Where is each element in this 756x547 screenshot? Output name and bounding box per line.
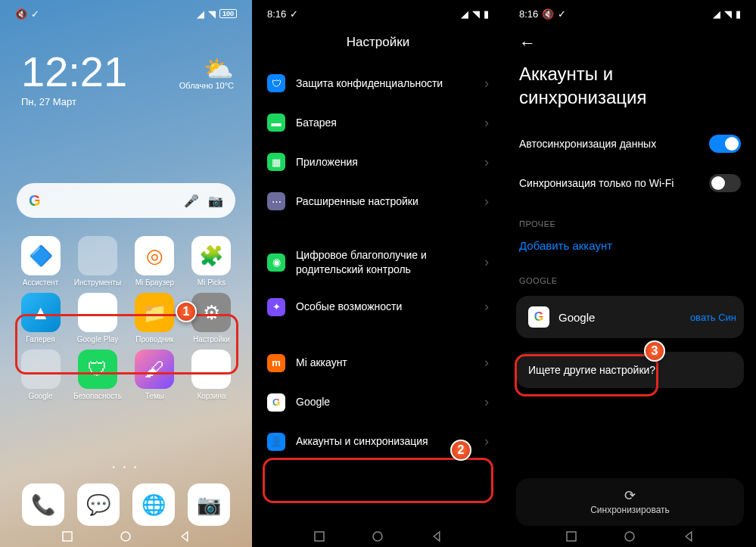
battery-indicator: 100 <box>219 9 237 18</box>
step-badge-1: 1 <box>176 301 197 322</box>
toggle-wifi-only[interactable] <box>709 174 741 192</box>
section-google: GOOGLE <box>504 260 756 291</box>
app-gallery[interactable]: ▲Галерея <box>17 293 64 343</box>
nav-recents[interactable] <box>565 530 578 543</box>
status-bar: 8:16🔇✓ ◢◥▮ <box>504 0 756 24</box>
voice-icon[interactable]: 🎤 <box>184 194 199 208</box>
dock-phone[interactable]: 📞 <box>22 483 64 526</box>
chevron-icon: › <box>484 299 489 315</box>
app-file-manager[interactable]: 📁Проводник <box>131 293 179 343</box>
lens-icon[interactable]: 📷 <box>208 194 223 208</box>
app-trash[interactable]: 🗑Корзина <box>188 350 235 400</box>
chevron-icon: › <box>484 154 489 170</box>
signal-icon: ◢ <box>713 8 720 20</box>
highlight-step-2 <box>263 458 493 503</box>
nav-back[interactable] <box>430 530 443 543</box>
wifi-icon: ◥ <box>724 8 732 20</box>
nav-recents[interactable] <box>61 530 74 543</box>
svg-rect-0 <box>63 532 72 541</box>
add-account-link[interactable]: Добавить аккаунт <box>504 235 756 260</box>
nav-home[interactable] <box>119 530 132 543</box>
row-advanced[interactable]: ⋯Расширенные настройки› <box>267 182 489 221</box>
battery-icon: ▮ <box>736 8 741 20</box>
phone-accounts-sync: 8:16🔇✓ ◢◥▮ ← Аккаунты и синхронизация Ав… <box>504 0 756 547</box>
app-tools-folder[interactable]: Инструменты <box>73 236 122 287</box>
row-wellbeing[interactable]: ◉Цифровое благополучие и родительский ко… <box>267 238 489 287</box>
row-google[interactable]: GGoogle› <box>267 383 489 422</box>
weather-icon: ⛅ <box>179 57 234 81</box>
mute-icon: 🔇 <box>542 8 554 20</box>
swipe-actions[interactable]: овать Син <box>690 312 736 323</box>
row-wifi-only[interactable]: Синхронизация только по Wi-Fi <box>504 163 756 203</box>
status-bar: 8:16✓ ◢◥▮ <box>252 0 504 24</box>
phone-home-screen: 🔇 ✓ ◢ ◥ 100 12:21 Пн, 27 Март ⛅ Облачно … <box>0 0 252 547</box>
svg-point-3 <box>373 532 382 541</box>
section-other: ПРОЧЕЕ <box>504 203 756 235</box>
status-bar: 🔇 ✓ ◢ ◥ 100 <box>0 0 252 24</box>
google-g-icon: G <box>29 192 41 210</box>
dock-camera[interactable]: 📷 <box>188 483 230 526</box>
app-assistant[interactable]: 🔷Ассистент <box>17 236 64 287</box>
google-account-row[interactable]: G Google овать Син <box>516 296 744 338</box>
nav-bar <box>252 526 504 547</box>
app-google-play[interactable]: ▶Google Play <box>73 293 122 343</box>
weather-widget[interactable]: ⛅ Облачно 10°C <box>179 57 234 90</box>
chevron-icon: › <box>484 76 489 92</box>
dock-messages[interactable]: 💬 <box>77 483 120 526</box>
settings-list: 🛡Защита конфиденциальности› ▬Батарея› ▦П… <box>252 64 504 462</box>
nav-home[interactable] <box>623 530 636 543</box>
google-search-bar[interactable]: G 🎤 📷 <box>17 183 235 218</box>
google-label: Google <box>558 311 595 324</box>
step-badge-3: 3 <box>644 340 665 362</box>
phone-settings-list: 8:16✓ ◢◥▮ Настройки 🛡Защита конфиденциал… <box>252 0 504 547</box>
chevron-icon: › <box>484 115 489 131</box>
row-apps[interactable]: ▦Приложения› <box>267 142 489 182</box>
row-privacy[interactable]: 🛡Защита конфиденциальности› <box>267 64 489 103</box>
page-indicator: • • • <box>0 463 252 471</box>
chevron-icon: › <box>484 194 489 210</box>
nav-bar <box>504 526 756 547</box>
check-icon: ✓ <box>558 8 566 20</box>
other-settings-card[interactable]: Ищете другие настройки? <box>516 352 744 388</box>
toggle-autosync[interactable] <box>709 135 741 153</box>
clock-date: Пн, 27 Март <box>21 96 231 107</box>
google-icon: G <box>528 306 549 328</box>
battery-icon: ▮ <box>484 8 489 20</box>
row-autosync[interactable]: Автосинхронизация данных <box>504 124 756 163</box>
nav-back[interactable] <box>178 530 191 543</box>
nav-recents[interactable] <box>313 530 326 543</box>
signal-icon: ◢ <box>197 8 204 20</box>
app-mi-picks[interactable]: 🧩Mi Picks <box>188 236 235 287</box>
settings-title: Настройки <box>252 24 504 64</box>
mute-icon: 🔇 <box>15 8 27 20</box>
chevron-icon: › <box>484 394 489 410</box>
app-grid: 🔷Ассистент Инструменты ◎Mi Браузер 🧩Mi P… <box>0 218 252 400</box>
app-security[interactable]: 🛡Безопасность <box>73 350 122 400</box>
page-title: Аккаунты и синхронизация <box>504 53 756 124</box>
chevron-icon: › <box>484 254 489 270</box>
row-battery[interactable]: ▬Батарея› <box>267 103 489 142</box>
check-icon: ✓ <box>290 8 298 20</box>
sync-button[interactable]: ⟳ Синхронизировать <box>516 478 744 526</box>
nav-home[interactable] <box>371 530 384 543</box>
sync-icon: ⟳ <box>527 489 733 502</box>
dock-chrome[interactable]: 🌐 <box>132 483 175 526</box>
signal-icon: ◢ <box>461 8 468 20</box>
svg-point-1 <box>121 532 130 541</box>
header: ← <box>504 24 756 53</box>
row-accessibility[interactable]: ✦Особые возможности› <box>267 287 489 327</box>
step-badge-2: 2 <box>450 440 471 461</box>
dock: 📞 💬 🌐 📷 <box>0 483 252 526</box>
chevron-icon: › <box>484 355 489 371</box>
app-themes[interactable]: 🖌Темы <box>131 350 179 400</box>
app-mi-browser[interactable]: ◎Mi Браузер <box>131 236 179 287</box>
app-settings[interactable]: ⚙Настройки <box>188 293 235 343</box>
row-mi-account[interactable]: mMi аккаунт› <box>267 343 489 383</box>
check-icon: ✓ <box>31 8 39 20</box>
nav-bar <box>0 526 252 547</box>
back-button[interactable]: ← <box>519 33 536 52</box>
svg-point-5 <box>625 532 634 541</box>
app-google-folder[interactable]: Google <box>17 350 64 400</box>
nav-back[interactable] <box>682 530 695 543</box>
wifi-icon: ◥ <box>208 8 216 20</box>
